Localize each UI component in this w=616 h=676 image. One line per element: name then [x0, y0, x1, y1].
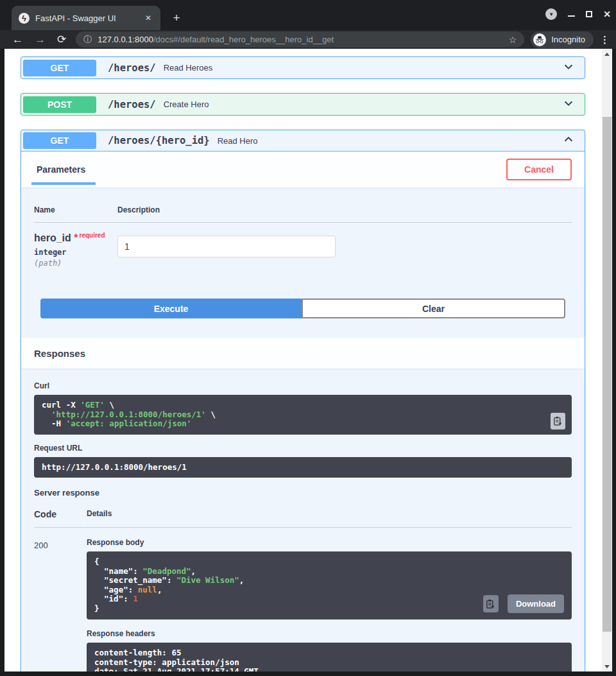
execute-button[interactable]: Execute [40, 299, 302, 318]
browser-toolbar: ← → ⟳ ⓘ 127.0.0.1:8000/docs#/default/rea… [0, 30, 616, 49]
browser-update-icon[interactable]: ▼ [545, 8, 557, 20]
fastapi-favicon-icon: ϟ [19, 13, 30, 24]
op-summary-text: Read Heroes [164, 63, 213, 73]
required-label: required [79, 232, 105, 239]
incognito-badge: Incognito [531, 31, 594, 48]
opblock-read-hero: GET /heroes/{hero_id} Read Hero Paramete… [21, 130, 585, 672]
response-headers-block: content-length: 65content-type: applicat… [87, 643, 572, 672]
back-icon[interactable]: ← [12, 34, 23, 45]
status-code: 200 [34, 538, 87, 672]
forward-icon[interactable]: → [35, 34, 46, 45]
curl-command-text: curl -X 'GET' \ 'http://127.0.0.1:8000/h… [42, 401, 564, 429]
op-summary-text: Create Hero [164, 100, 209, 109]
page-scrollbar[interactable] [602, 49, 612, 672]
op-path: /heroes/ [108, 99, 156, 110]
browser-tab-bar: ϟ FastAPI - Swagger UI ✕ + ▼ ✕ [0, 0, 616, 30]
incognito-label: Incognito [551, 35, 585, 44]
scrollbar-thumb[interactable] [603, 117, 612, 632]
cancel-button[interactable]: Cancel [506, 159, 572, 180]
method-badge-get: GET [23, 132, 96, 149]
responses-header: Responses [21, 338, 585, 368]
curl-command-block: curl -X 'GET' \ 'http://127.0.0.1:8000/h… [34, 395, 572, 435]
responses-title: Responses [34, 348, 85, 359]
response-body-label: Response body [87, 538, 572, 547]
response-headers-label: Response headers [87, 629, 572, 638]
responses-section: Curl curl -X 'GET' \ 'http://127.0.0.1:8… [21, 368, 585, 672]
download-button[interactable]: Download [508, 594, 564, 613]
parameters-header: Parameters Cancel [21, 152, 585, 187]
swagger-page: GET /heroes/ Read Heroes POST /heroes/ C… [4, 49, 602, 672]
opblock-create-hero: POST /heroes/ Create Hero [21, 93, 585, 116]
opblock-summary-read-hero[interactable]: GET /heroes/{hero_id} Read Hero [21, 130, 585, 152]
parameter-type: integer [34, 248, 117, 257]
copy-curl-button[interactable] [551, 413, 565, 429]
response-headers-text: content-length: 65content-type: applicat… [94, 648, 564, 672]
column-header-name: Name [34, 205, 117, 214]
bookmark-star-icon[interactable]: ☆ [509, 35, 517, 45]
tab-close-icon[interactable]: ✕ [142, 12, 154, 24]
maximize-icon[interactable] [586, 11, 592, 17]
incognito-icon [533, 33, 546, 46]
hero-id-input[interactable] [117, 236, 336, 257]
execute-row: Execute Clear [21, 299, 585, 338]
op-summary-text: Read Hero [218, 136, 258, 146]
opblock-summary-create-hero[interactable]: POST /heroes/ Create Hero [21, 94, 585, 115]
chevron-down-icon[interactable] [559, 96, 578, 113]
clear-button[interactable]: Clear [302, 299, 565, 318]
parameter-row-hero-id: hero_id *required integer (path) [34, 223, 572, 268]
copy-response-button[interactable] [483, 595, 499, 612]
scrollbar-down-arrow[interactable] [602, 661, 612, 672]
reload-icon[interactable]: ⟳ [57, 34, 66, 45]
opblock-read-heroes: GET /heroes/ Read Heroes [21, 56, 585, 79]
response-body-block: { "name": "Deadpond", "secret_name": "Di… [87, 551, 572, 620]
chevron-up-icon[interactable] [559, 132, 578, 149]
method-badge-post: POST [23, 96, 96, 113]
request-url-block: http://127.0.0.1:8000/heroes/1 [34, 457, 572, 478]
site-info-icon[interactable]: ⓘ [83, 34, 92, 46]
request-url-text: http://127.0.0.1:8000/heroes/1 [42, 463, 564, 472]
new-tab-button[interactable]: + [168, 10, 185, 27]
response-row-200: 200 Response body { "name": "Deadpond", … [34, 528, 572, 672]
curl-label: Curl [34, 381, 572, 390]
scrollbar-up-arrow[interactable] [602, 49, 612, 59]
response-table-header: Code Details [34, 509, 572, 528]
method-badge-get: GET [23, 60, 96, 76]
browser-tab[interactable]: ϟ FastAPI - Swagger UI ✕ [12, 6, 160, 30]
url-text: 127.0.0.1:8000/docs#/default/read_hero_h… [98, 35, 503, 44]
parameter-name: hero_id *required [34, 232, 117, 244]
tab-parameters[interactable]: Parameters [31, 155, 96, 185]
op-path: /heroes/ [108, 62, 156, 74]
required-star: * [74, 232, 78, 243]
parameter-location: (path) [34, 259, 117, 268]
op-path: /heroes/{hero_id} [108, 135, 210, 146]
column-header-details: Details [87, 509, 112, 519]
close-icon[interactable]: ✕ [603, 10, 611, 19]
address-bar[interactable]: ⓘ 127.0.0.1:8000/docs#/default/read_hero… [76, 31, 524, 48]
tab-title: FastAPI - Swagger UI [35, 13, 142, 23]
opblock-summary-read-heroes[interactable]: GET /heroes/ Read Heroes [21, 57, 585, 78]
request-url-label: Request URL [34, 444, 572, 453]
parameters-table: Name Description hero_id *required integ… [21, 187, 585, 299]
server-response-label: Server response [34, 488, 572, 498]
browser-menu-icon[interactable]: ⋮ [600, 34, 610, 46]
minimize-icon[interactable] [568, 15, 575, 17]
column-header-description: Description [117, 205, 160, 214]
chevron-down-icon[interactable] [559, 60, 578, 76]
column-header-code: Code [34, 509, 87, 519]
